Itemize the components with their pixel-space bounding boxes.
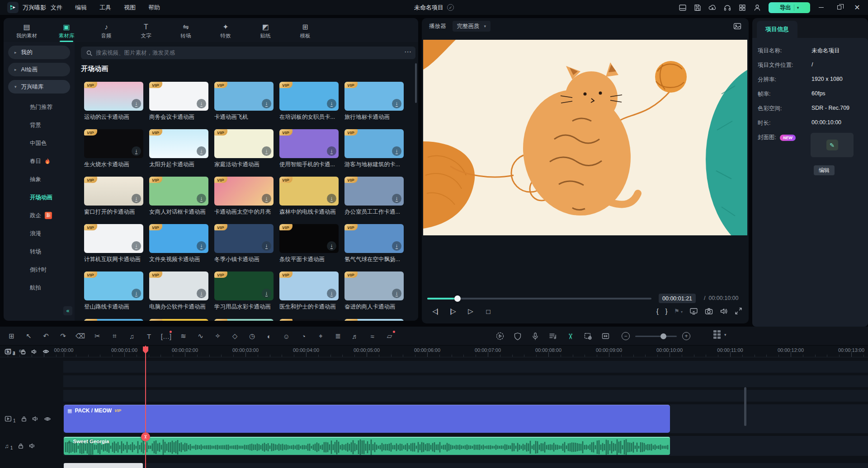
zoom-in-button[interactable]: + xyxy=(682,332,690,340)
stock-media-thumbnail[interactable]: VIP ↓ xyxy=(214,224,274,253)
track-lane-2[interactable] xyxy=(63,390,868,402)
stock-media-thumbnail[interactable]: VIP ↓ xyxy=(214,319,274,321)
stock-media-thumbnail[interactable]: VIP ↓ xyxy=(344,129,404,158)
play-button[interactable]: ▷ xyxy=(464,307,476,315)
download-button[interactable]: ↓ xyxy=(197,146,206,156)
video-preview[interactable] xyxy=(423,40,747,235)
stock-media-thumbnail[interactable]: VIP ↓ xyxy=(344,271,404,300)
timer-icon[interactable]: ◔ xyxy=(298,331,309,342)
track-layout-button[interactable]: ▾ xyxy=(713,330,726,339)
step-back-button[interactable]: ◁| xyxy=(429,307,441,315)
tab-stock-library[interactable]: ▣ 素材库 xyxy=(53,21,80,39)
track-lane-extra[interactable] xyxy=(63,463,868,468)
tab-stickers[interactable]: ◩ 贴纸 xyxy=(252,21,278,39)
sidebar-item-abstract[interactable]: 抽象 xyxy=(4,170,75,188)
sidebar-item-romance[interactable]: 浪漫 xyxy=(4,225,75,243)
stock-media-item[interactable]: VIP ↓ xyxy=(149,319,208,321)
stock-media-thumbnail[interactable]: VIP ↓ xyxy=(149,177,208,206)
stock-media-thumbnail[interactable]: VIP ↓ xyxy=(344,82,404,111)
select-tool-icon[interactable]: ↖ xyxy=(24,331,34,342)
stock-media-thumbnail[interactable]: VIP ↓ xyxy=(84,319,143,321)
stock-media-item[interactable]: VIP ↓ 太阳升起卡通动画 xyxy=(149,129,208,168)
tab-my-media[interactable]: ▤ 我的素材 xyxy=(14,21,40,39)
stock-media-item[interactable]: VIP ↓ xyxy=(279,319,339,321)
sidebar-group-mine[interactable]: ▸ 我的 xyxy=(8,46,70,59)
stock-media-thumbnail[interactable]: VIP ↓ xyxy=(149,271,208,300)
audio-music-icon[interactable]: ♫ xyxy=(127,331,137,342)
download-button[interactable]: ↓ xyxy=(262,99,271,108)
sidebar-item-spring[interactable]: 春日 xyxy=(4,152,75,170)
stock-media-thumbnail[interactable]: VIP ↓ xyxy=(84,177,143,206)
stock-media-item[interactable]: VIP ↓ 家庭活动卡通动画 xyxy=(214,129,274,168)
export-button[interactable]: 导出 ▾ xyxy=(769,2,810,13)
keyframe-icon[interactable]: ◇ xyxy=(230,331,240,342)
stock-media-item[interactable]: VIP ↓ 计算机互联网卡通动画 xyxy=(84,224,143,263)
portrait-icon[interactable]: ☺ xyxy=(281,331,292,342)
fullscreen-icon[interactable] xyxy=(735,307,742,315)
mute-speaker-icon[interactable] xyxy=(32,416,39,422)
redo-icon[interactable]: ↷ xyxy=(58,331,68,342)
sidebar-item-opening[interactable]: 开场动画 xyxy=(4,188,75,206)
motion-track-icon[interactable]: ⌖ xyxy=(316,331,326,342)
save-project-icon[interactable] xyxy=(693,3,702,12)
download-button[interactable]: ↓ xyxy=(262,241,271,251)
download-button[interactable]: ↓ xyxy=(327,194,336,203)
download-button[interactable]: ↓ xyxy=(262,194,271,203)
sidebar-item-background[interactable]: 背景 xyxy=(4,116,75,134)
stock-media-thumbnail[interactable]: VIP ↓ xyxy=(279,129,339,158)
stock-media-item[interactable]: VIP ↓ 学习用品水彩卡通动画 xyxy=(214,271,274,311)
audio-wave-icon[interactable]: ≋ xyxy=(178,331,189,342)
zoom-slider-handle[interactable] xyxy=(660,333,666,339)
stock-media-item[interactable]: VIP ↓ 医生和护士的卡通动画 xyxy=(279,271,339,311)
search-input[interactable] xyxy=(96,50,367,56)
grid-scrollbar[interactable] xyxy=(415,63,417,103)
voiceover-mic-icon[interactable] xyxy=(530,331,540,342)
stock-media-item[interactable]: VIP ↓ 商务会议卡通动画 xyxy=(149,82,208,121)
snapshot-camera-icon[interactable] xyxy=(705,308,713,315)
stock-media-item[interactable]: VIP ↓ 运动的云卡通动画 xyxy=(84,82,143,121)
stock-media-thumbnail[interactable]: VIP ↓ xyxy=(84,82,143,111)
aspect-crop-icon[interactable]: ▱ xyxy=(384,331,395,342)
stock-media-thumbnail[interactable]: VIP ↓ xyxy=(344,319,404,321)
sidebar-group-ai-painting[interactable]: ▸ AI绘画 xyxy=(8,63,70,76)
preview-compare-icon[interactable] xyxy=(733,23,741,30)
edit-button[interactable]: 编辑 xyxy=(814,165,835,175)
stock-media-thumbnail[interactable]: VIP ↓ xyxy=(84,224,143,253)
download-button[interactable]: ↓ xyxy=(132,146,141,156)
stock-media-thumbnail[interactable]: VIP ↓ xyxy=(149,129,208,158)
stock-media-item[interactable]: VIP ↓ xyxy=(214,319,274,321)
tab-text[interactable]: T 文字 xyxy=(133,21,159,39)
stock-media-item[interactable]: VIP ↓ 生火烧水卡通动画 xyxy=(84,129,143,168)
account-icon[interactable] xyxy=(753,3,761,12)
seek-handle[interactable] xyxy=(454,295,461,302)
cut-scissors-button[interactable]: ✂ xyxy=(141,432,150,441)
export-caret-icon[interactable]: ▾ xyxy=(797,5,799,10)
stock-media-thumbnail[interactable]: VIP ↓ xyxy=(279,319,339,321)
undo-icon[interactable]: ↶ xyxy=(41,331,51,342)
auto-ripple-icon[interactable] xyxy=(600,331,611,342)
stock-media-item[interactable]: VIP ↓ 条纹平面卡通动画 xyxy=(279,224,339,263)
workspace-layout-icon[interactable] xyxy=(678,3,687,12)
sidebar-item-china-color[interactable]: 中国色 xyxy=(4,134,75,152)
stock-media-item[interactable]: VIP ↓ 氢气气球在空中飘扬... xyxy=(344,224,404,263)
quick-split-icon[interactable]: ✂ xyxy=(565,331,576,342)
tab-audio[interactable]: ♪ 音频 xyxy=(93,21,119,39)
playback-quality-dropdown[interactable]: 完整画质 ▾ xyxy=(453,21,491,32)
stock-media-item[interactable]: VIP ↓ 奋进的商人卡通动画 xyxy=(344,271,404,311)
stock-media-thumbnail[interactable]: VIP ↓ xyxy=(214,129,274,158)
stock-media-thumbnail[interactable]: VIP ↓ xyxy=(344,177,404,206)
timeline-ruler[interactable]: 00:00:0000:00:01:0000:00:02:0000:00:03:0… xyxy=(0,346,868,357)
download-button[interactable]: ↓ xyxy=(197,99,206,108)
adjust-icon[interactable]: ≣ xyxy=(333,331,343,342)
stock-media-item[interactable]: VIP ↓ xyxy=(84,319,143,321)
stock-media-thumbnail[interactable]: VIP ↓ xyxy=(214,271,274,300)
stock-media-item[interactable]: VIP ↓ 冬季小镇卡通动画 xyxy=(214,224,274,263)
zoom-slider[interactable] xyxy=(635,336,677,337)
stock-media-thumbnail[interactable]: VIP ↓ xyxy=(279,177,339,206)
sidebar-group-stock[interactable]: ▾ 万兴喵库 xyxy=(8,80,70,94)
lock-icon[interactable] xyxy=(18,443,24,449)
stock-media-item[interactable]: VIP ↓ 卡通动画飞机 xyxy=(214,82,274,121)
cover-thumbnail[interactable]: ✎ xyxy=(811,133,854,157)
split-icon[interactable]: ✂ xyxy=(92,331,103,342)
stock-media-item[interactable]: VIP ↓ 窗口打开的卡通动画 xyxy=(84,177,143,216)
